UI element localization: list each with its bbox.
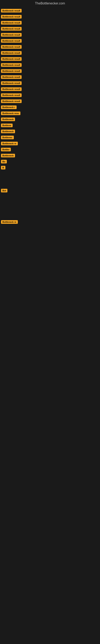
list-item[interactable]: Bottleneck result bbox=[1, 27, 99, 30]
bottleneck-badge[interactable]: B bbox=[1, 166, 5, 170]
list-item[interactable]: Bottleneck result bbox=[1, 33, 99, 37]
items-container: Bottleneck resultBottleneck resultBottle… bbox=[0, 7, 100, 245]
list-item[interactable] bbox=[1, 195, 99, 201]
list-item[interactable]: Bottleneck result bbox=[1, 15, 99, 18]
list-item[interactable]: Bottleneck result bbox=[1, 57, 99, 61]
list-item[interactable]: Bottleneck result bbox=[1, 94, 99, 97]
list-item[interactable]: Bottleneck result bbox=[1, 51, 99, 55]
list-item[interactable] bbox=[1, 172, 99, 178]
list-item[interactable] bbox=[1, 226, 99, 232]
list-item[interactable]: Bottleneck result bbox=[1, 21, 99, 24]
bottleneck-badge[interactable]: Bottleneck bbox=[1, 118, 15, 121]
bottleneck-badge[interactable]: Bottleneck result bbox=[1, 39, 22, 43]
list-item[interactable]: Bottleneck result bbox=[1, 81, 99, 85]
bottleneck-badge[interactable]: Bottleneck result bbox=[1, 57, 22, 61]
list-item[interactable]: Bottlenec bbox=[1, 136, 99, 139]
bottleneck-badge[interactable]: Bottleneck result bbox=[1, 9, 22, 12]
bottleneck-badge[interactable]: Bottleneck re bbox=[1, 220, 18, 224]
bottleneck-badge[interactable]: Bottleneck r bbox=[1, 106, 17, 109]
bottleneck-badge[interactable]: Bottleneck result bbox=[1, 45, 22, 49]
list-item[interactable] bbox=[1, 203, 99, 209]
list-item[interactable]: Bottleneck r bbox=[1, 106, 99, 109]
bottleneck-badge[interactable]: Bottler bbox=[1, 148, 11, 151]
bottleneck-badge[interactable]: Bottleneck result bbox=[1, 51, 22, 55]
bottleneck-badge[interactable]: Bottleneck resu bbox=[1, 112, 20, 115]
list-item[interactable]: Bottleneck result bbox=[1, 9, 99, 12]
list-item[interactable]: Bottleneck result bbox=[1, 75, 99, 79]
list-item[interactable]: Bottlene bbox=[1, 124, 99, 127]
list-item[interactable] bbox=[1, 180, 99, 186]
list-item[interactable]: Bottleneck re bbox=[1, 142, 99, 145]
list-item[interactable]: Bo bbox=[1, 160, 99, 164]
list-item[interactable]: Bottleneck re bbox=[1, 220, 99, 224]
list-item[interactable]: Bottleneck resu bbox=[1, 112, 99, 115]
list-item[interactable]: Bottler bbox=[1, 148, 99, 151]
bottleneck-badge[interactable]: Bot bbox=[1, 189, 7, 192]
list-item[interactable]: Bottleneck bbox=[1, 118, 99, 121]
list-item[interactable]: Bottleneck result bbox=[1, 63, 99, 67]
bottleneck-badge[interactable]: Bottleneck result bbox=[1, 81, 22, 85]
list-item[interactable]: Bottleneck result bbox=[1, 87, 99, 91]
list-item[interactable]: Bottleneck bbox=[1, 130, 99, 133]
bottleneck-badge[interactable]: Bottleneck result bbox=[1, 33, 22, 37]
bottleneck-badge[interactable]: Bottleneck re bbox=[1, 142, 18, 145]
list-item[interactable]: Bottleneck bbox=[1, 154, 99, 158]
bottleneck-badge[interactable]: Bottleneck result bbox=[1, 87, 22, 91]
bottleneck-badge[interactable]: Bottleneck result bbox=[1, 15, 22, 18]
list-item[interactable]: Bottleneck result bbox=[1, 69, 99, 73]
bottleneck-badge[interactable]: Bottleneck bbox=[1, 154, 15, 158]
bottleneck-badge[interactable]: Bottleneck result bbox=[1, 69, 22, 73]
list-item[interactable] bbox=[1, 235, 99, 241]
list-item[interactable]: Bot bbox=[1, 189, 99, 192]
site-title: TheBottlenecker.com bbox=[0, 0, 100, 7]
bottleneck-badge[interactable]: Bottleneck result bbox=[1, 63, 22, 67]
bottleneck-badge[interactable]: Bottlenec bbox=[1, 136, 14, 139]
list-item[interactable]: Bottleneck result bbox=[1, 45, 99, 49]
list-item[interactable] bbox=[1, 212, 99, 218]
bottleneck-badge[interactable]: Bo bbox=[1, 160, 7, 164]
bottleneck-badge[interactable]: Bottleneck result bbox=[1, 75, 22, 79]
bottleneck-badge[interactable]: Bottleneck result bbox=[1, 94, 22, 97]
list-item[interactable]: Bottleneck result bbox=[1, 39, 99, 43]
bottleneck-badge[interactable]: Bottleneck result bbox=[1, 21, 22, 24]
list-item[interactable]: B bbox=[1, 166, 99, 170]
bottleneck-badge[interactable]: Bottlene bbox=[1, 124, 13, 127]
list-item[interactable]: Bottleneck result bbox=[1, 100, 99, 103]
bottleneck-badge[interactable]: Bottleneck bbox=[1, 130, 15, 133]
bottleneck-badge[interactable]: Bottleneck result bbox=[1, 100, 22, 103]
bottleneck-badge[interactable]: Bottleneck result bbox=[1, 27, 22, 30]
